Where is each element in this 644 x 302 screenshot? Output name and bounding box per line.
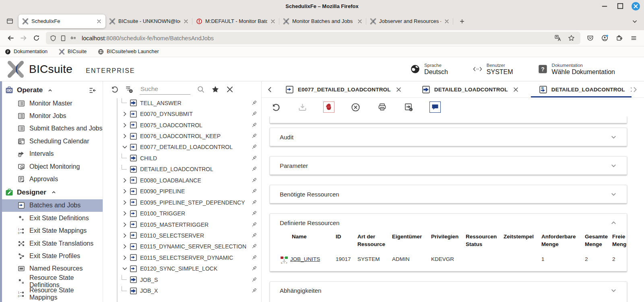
- bookmark-item[interactable]: BICsuite: [59, 49, 87, 55]
- sidebar-section-designer[interactable]: Designer: [0, 186, 103, 199]
- resource-link[interactable]: JOB_UNITS: [290, 256, 320, 262]
- tree-scrollbar[interactable]: [117, 98, 118, 302]
- tree-item-e0080_loadbalance[interactable]: E0080_LOADBALANCE: [103, 175, 261, 186]
- chevron-right-icon[interactable]: [122, 232, 128, 239]
- pin-icon[interactable]: [251, 166, 257, 172]
- browser-tab[interactable]: SchedulixFe: [19, 14, 105, 28]
- search-input[interactable]: [140, 85, 190, 95]
- section-header[interactable]: Benötigte Ressourcen: [270, 185, 627, 203]
- tree-item-e0090_pipeline[interactable]: E0090_PIPELINE: [103, 186, 261, 197]
- tabs-scroll-right-icon[interactable]: [632, 86, 638, 93]
- back-button[interactable]: [4, 31, 17, 45]
- tree-item-e0075_loadcontrol[interactable]: E0075_LOADCONTROL: [103, 120, 261, 130]
- tree-item-e0115_dynamic_server_selection[interactable]: E0115_DYNAMIC_SERVER_SELECTION: [103, 241, 261, 252]
- sidebar-item-monitor-master[interactable]: Monitor Master: [0, 97, 103, 110]
- close-tab-icon[interactable]: [96, 19, 102, 24]
- sidebar-item-batches-and-jobs[interactable]: Batches and Jobs: [0, 199, 103, 212]
- favorites-star-icon[interactable]: [211, 85, 219, 93]
- close-window-button[interactable]: [632, 2, 640, 10]
- sidebar-item-resource-state-definitions[interactable]: Resource State Definitions: [0, 275, 103, 288]
- sidebar-item-approvals[interactable]: Approvals: [0, 173, 103, 185]
- translate-icon[interactable]: [555, 35, 561, 41]
- close-tab-icon[interactable]: [357, 19, 363, 24]
- collapse-sidebar-icon[interactable]: [89, 87, 97, 94]
- tree-item-tell_answer[interactable]: TELL_ANSWER: [103, 97, 261, 108]
- new-tab-button[interactable]: [456, 15, 469, 28]
- tree-item-e0105_mastertrigger[interactable]: E0105_MASTERTRIGGER: [103, 219, 261, 230]
- workspace-tab[interactable]: E0077_DETAILED_LOADCONTROL: [277, 81, 407, 97]
- chevron-up-icon[interactable]: [610, 219, 617, 226]
- pin-icon[interactable]: [251, 199, 257, 206]
- close-tab-icon[interactable]: [183, 19, 189, 24]
- header-control-benutzer[interactable]: BenutzerSYSTEM: [473, 63, 513, 76]
- header-control-dokumentation[interactable]: ?DokumentationWähle Dokumentation: [538, 63, 615, 76]
- chevron-down-icon[interactable]: [122, 265, 128, 272]
- bookmark-item[interactable]: BICsuite!web Launcher: [98, 49, 159, 55]
- section-header[interactable]: Parameter: [270, 157, 627, 174]
- pin-icon[interactable]: [251, 288, 257, 294]
- chevron-down-icon[interactable]: [610, 162, 617, 169]
- tabs-scroll-left-icon[interactable]: [266, 86, 273, 93]
- permissions-icon[interactable]: [70, 35, 76, 41]
- chevron-down-icon[interactable]: [610, 134, 617, 141]
- close-tab-icon[interactable]: [513, 87, 519, 93]
- sidebar-item-intervals[interactable]: Intervals: [0, 148, 103, 160]
- menu-button[interactable]: [627, 31, 640, 45]
- sidebar-item-exit-state-translations[interactable]: Exit State Translations: [0, 237, 103, 250]
- sidebar-item-exit-state-profiles[interactable]: Exit State Profiles: [0, 250, 103, 262]
- tree-item-e0120_sync_simple_lock[interactable]: E0120_SYNC_SIMPLE_LOCK: [103, 263, 261, 274]
- page-icon[interactable]: [60, 35, 66, 41]
- clear-icon[interactable]: [226, 85, 234, 93]
- browser-tab[interactable]: Monitor Batches and Jobs -: [279, 14, 366, 28]
- stop-hand-button[interactable]: [323, 101, 334, 113]
- pin-icon[interactable]: [251, 210, 257, 217]
- section-header[interactable]: Audit: [270, 128, 627, 146]
- tree-refresh-icon[interactable]: [111, 85, 119, 93]
- forward-button[interactable]: [17, 31, 30, 45]
- shield-icon[interactable]: [50, 35, 56, 41]
- browser-tab[interactable]: BICsuite - UNKNOWN@loca: [105, 14, 192, 28]
- sidebar-item-resource-state-mappings[interactable]: 10Resource State Mappings: [0, 288, 103, 300]
- url-bar[interactable]: localhost:8080/schedulix-fe/home/Batches…: [46, 32, 580, 44]
- cancel-button[interactable]: [350, 101, 361, 113]
- chevron-down-icon[interactable]: [122, 144, 128, 150]
- pin-icon[interactable]: [251, 133, 257, 139]
- pin-icon[interactable]: [251, 177, 257, 184]
- header-control-sprache[interactable]: SpracheDeutsch: [411, 63, 448, 76]
- close-tab-icon[interactable]: [270, 19, 276, 24]
- chevron-right-icon[interactable]: [122, 243, 128, 250]
- sidebar-item-monitor-jobs[interactable]: Monitor Jobs: [0, 110, 103, 122]
- refresh-button[interactable]: [270, 101, 281, 113]
- tree-item-detailed_loadcontrol[interactable]: DETAILED_LOADCONTROL: [103, 164, 261, 175]
- chevron-right-icon[interactable]: [122, 133, 128, 139]
- tree-filter-icon[interactable]: [125, 85, 133, 93]
- close-tab-icon[interactable]: [396, 87, 402, 93]
- tree-item-e0076_loadcontrol_keep[interactable]: E0076_LOADCONTROL_KEEP: [103, 130, 261, 141]
- extensions-button[interactable]: [613, 31, 625, 45]
- bookmark-star-icon[interactable]: [568, 35, 575, 41]
- chevron-down-icon[interactable]: [610, 191, 617, 198]
- sidebar-item-object-monitoring[interactable]: Object Monitoring: [0, 160, 103, 173]
- tree-item-e0115_selectserver_dynamic[interactable]: E0115_SELECTSERVER_DYNAMIC: [103, 252, 261, 263]
- tree-item-e0110_selectserver[interactable]: E0110_SELECTSERVER: [103, 230, 261, 241]
- bookmark-item[interactable]: Dokumentation: [5, 49, 47, 55]
- tree-item-job_s[interactable]: JOB_S: [103, 274, 261, 285]
- workspace-tab[interactable]: DETAILED_LOADCONTROL: [414, 81, 524, 97]
- chevron-right-icon[interactable]: [122, 188, 128, 194]
- list-all-tabs-button[interactable]: [631, 18, 638, 25]
- reload-button[interactable]: [30, 31, 43, 45]
- sidebar-item-submit-batches-and-jobs[interactable]: Submit Batches and Jobs: [0, 122, 103, 135]
- search-icon[interactable]: [197, 85, 205, 93]
- sidebar-item-scheduling-calendar[interactable]: Scheduling Calendar: [0, 135, 103, 147]
- chevron-right-icon[interactable]: [122, 199, 128, 206]
- firefox-view-button[interactable]: [3, 15, 16, 28]
- pin-icon[interactable]: [251, 232, 257, 239]
- chevron-right-icon[interactable]: [122, 111, 128, 117]
- workspace-tab[interactable]: IDDETAILED_LOADCONTROL: [531, 81, 632, 97]
- pin-icon[interactable]: [251, 111, 257, 117]
- pocket-button[interactable]: [584, 31, 597, 45]
- close-tab-icon[interactable]: [630, 87, 632, 93]
- pin-icon[interactable]: [251, 155, 257, 161]
- submit-button[interactable]: [376, 101, 388, 113]
- download-button[interactable]: [297, 101, 308, 113]
